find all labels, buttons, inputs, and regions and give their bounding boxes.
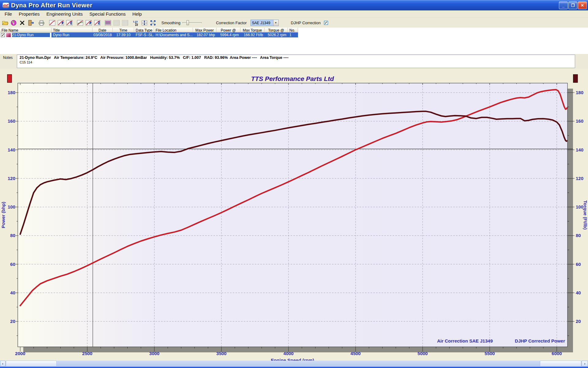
column-header-title[interactable]: Title	[51, 28, 92, 33]
column-header-max_torque[interactable]: Max Torque	[240, 28, 265, 33]
graph-overlay-button[interactable]	[76, 19, 84, 27]
graph-1-button[interactable]: 1	[57, 19, 65, 27]
graph-view-icon	[49, 20, 55, 26]
column-header-torque_at[interactable]: Torque @	[265, 28, 288, 33]
y-tick-label-right: 140	[576, 147, 583, 152]
notes-line2: C15 114	[20, 60, 572, 64]
exit-viewer-icon	[28, 20, 34, 26]
cell-data_type: FSF-S -SL...	[134, 33, 154, 37]
graph-2-button[interactable]: 2	[85, 19, 92, 27]
djhp-correction-label: DJHP Correction	[291, 21, 321, 25]
title-bar: Dyna Pro After Run Viewer _ ❐ ✕	[0, 0, 588, 10]
correction-factor-value: SAE J1349	[251, 20, 273, 26]
smoothing-slider-thumb[interactable]	[187, 20, 189, 25]
graph-1-autoscale-button[interactable]: 1	[65, 19, 73, 27]
column-header-max_power[interactable]: Max Power	[193, 28, 217, 33]
correction-factor-select[interactable]: SAE J1349 ▼	[251, 20, 279, 26]
y-tick-label-left: 140	[8, 147, 15, 152]
chevron-down-icon[interactable]: ▼	[273, 20, 278, 26]
run-color-swatch	[6, 33, 11, 37]
smoothing-slider[interactable]	[182, 20, 202, 25]
chart-title: TTS Performance Parts Ltd	[251, 75, 334, 82]
graph-2-icon: 2	[85, 20, 92, 26]
x-tick-label: 5500	[484, 351, 495, 356]
close-button[interactable]: ✕	[578, 2, 587, 9]
air-correction-annotation: Air Correction SAE J1349	[437, 338, 493, 343]
multi-run-view-button[interactable]	[104, 19, 112, 27]
column-header-date[interactable]: Date	[92, 28, 113, 33]
scroll-left-button[interactable]: ‹	[0, 361, 6, 366]
column-header-data_type[interactable]: Data Type	[134, 28, 154, 33]
cell-date: 03/08/2018	[92, 33, 113, 37]
exit-viewer-button[interactable]	[27, 19, 35, 27]
notes-panel: Notes 21-Dyno Run.Dpr Air Temperature: 2…	[0, 54, 588, 69]
delete-run-button[interactable]	[18, 19, 26, 27]
menu-item-properties[interactable]: Properties	[15, 11, 43, 17]
column-header-power_at[interactable]: Power @	[217, 28, 240, 33]
scroll-right-button[interactable]: ›	[582, 361, 588, 366]
cell-title: Dyno Run	[51, 33, 92, 37]
app-icon	[2, 2, 9, 9]
correction-factor-label: Correction Factor	[216, 21, 247, 25]
toolbar: 11221.23 Smoothing Correction Factor SAE…	[0, 18, 588, 28]
column-header-no[interactable]: No.	[288, 28, 298, 33]
scrollbar-thumb-right[interactable]	[540, 361, 581, 366]
minimize-button[interactable]: _	[559, 2, 568, 9]
y-tick-label-right: 100	[576, 204, 583, 209]
zoom-extents-icon	[150, 20, 156, 26]
x-tick-label: 3500	[216, 351, 226, 356]
window-title: Dyna Pro After Run Viewer	[11, 2, 558, 9]
djhp-correction-checkbox[interactable]: ✓	[324, 21, 328, 25]
graph-2-autoscale-button[interactable]: 2	[93, 19, 101, 27]
menu-item-special-functions[interactable]: Special Functions	[86, 11, 129, 17]
menu-bar: FilePropertiesEngineering UnitsSpecial F…	[0, 10, 588, 18]
grid-view-icon	[113, 20, 120, 26]
scrollbar-thumb-left[interactable]	[6, 361, 57, 366]
graph-view-button[interactable]	[48, 19, 56, 27]
y-tick-label-left: 180	[8, 90, 15, 95]
toolbar-separator	[101, 19, 104, 26]
y-tick-label-left: 120	[8, 176, 15, 181]
cell-no: 1	[288, 33, 298, 37]
run-checkbox[interactable]: ✓	[1, 33, 5, 37]
multi-run-view-icon	[105, 20, 111, 26]
y-tick-label-right: 60	[576, 262, 581, 267]
column-header-file_location[interactable]: File Location	[154, 28, 193, 33]
smoothing-label: Smoothing	[161, 21, 180, 25]
y-tick-label-left: 80	[10, 233, 15, 238]
toolbar-separator	[74, 19, 76, 26]
open-file-button[interactable]	[1, 19, 9, 27]
menu-item-engineering-units[interactable]: Engineering Units	[43, 11, 86, 17]
graph-2-autoscale-icon: 2	[94, 20, 100, 26]
point-values-button[interactable]: 1.23	[132, 19, 140, 27]
x-tick-label: 5000	[417, 351, 428, 356]
grid-view-2-icon	[122, 20, 128, 26]
table-row[interactable]: ✓21-Dyno RunDyno Run03/08/201817:39:10FS…	[0, 33, 588, 37]
x-tick-label: 3000	[149, 351, 159, 356]
cell-max_power: 182.07 bhp	[193, 33, 217, 37]
y-tick-label-left: 60	[10, 262, 15, 267]
menu-item-file[interactable]: File	[1, 11, 15, 17]
notes-input[interactable]: 21-Dyno Run.Dpr Air Temperature: 24.9°C …	[17, 55, 575, 68]
grid-view-2-button	[121, 19, 129, 27]
x-tick-label: 2500	[82, 351, 92, 356]
print-icon	[38, 20, 45, 26]
graph-1-icon: 1	[58, 20, 64, 26]
print-button[interactable]	[37, 19, 45, 27]
menu-item-help[interactable]: Help	[129, 11, 145, 17]
column-header-file_name[interactable]: File Name	[0, 28, 51, 33]
horizontal-scrollbar[interactable]: ‹ ›	[0, 361, 588, 367]
restore-button[interactable]: ❐	[568, 2, 577, 9]
y-tick-label-left: 160	[8, 118, 15, 124]
row-adjust-button[interactable]	[140, 19, 148, 27]
y-axis-title-left: Power (bhp)	[1, 202, 6, 228]
restore-icon: ❐	[571, 3, 575, 8]
file-info-button[interactable]	[9, 19, 17, 27]
cell-time: 17:39:10	[113, 33, 134, 37]
cell-file-name-text: 21-Dyno Run	[12, 33, 50, 37]
toolbar-separator	[35, 19, 37, 26]
grid-view-button	[112, 19, 120, 27]
column-header-time[interactable]: Time	[113, 28, 134, 33]
zoom-extents-button[interactable]	[149, 19, 157, 27]
plot-area[interactable]	[18, 83, 567, 347]
